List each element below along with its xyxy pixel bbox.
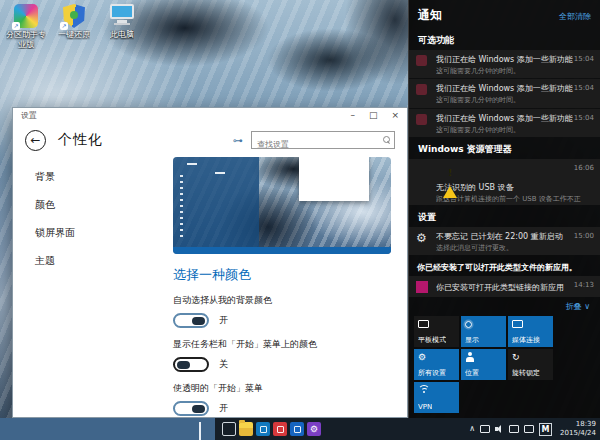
color-preview-thumbnail bbox=[173, 157, 391, 254]
maximize-button[interactable]: □ bbox=[369, 109, 378, 122]
chevron-down-icon: ∨ bbox=[584, 302, 590, 311]
collapse-button[interactable]: 折叠 ∨ bbox=[409, 298, 600, 316]
gear-icon: ⚙ bbox=[418, 352, 426, 363]
search-icon bbox=[383, 136, 390, 143]
toggle-auto-accent[interactable] bbox=[173, 313, 209, 328]
desktop: ↗ 分区助手专业版 ↗ 一键还原 此电脑 设置 – □ × ← 个性化 ⊶ bbox=[0, 0, 600, 440]
clock-date: 2015/4/24 bbox=[560, 429, 596, 438]
settings-search-box[interactable] bbox=[251, 131, 395, 149]
toggle-label-transparent-start: 使透明的「开始」菜单 bbox=[173, 382, 389, 395]
notification-time: 15:04 bbox=[574, 114, 594, 122]
desktop-icon-label: 此电脑 bbox=[110, 30, 134, 40]
rotation-lock-icon: ↻ bbox=[512, 352, 520, 363]
desktop-icon-this-pc[interactable]: 此电脑 bbox=[102, 4, 142, 49]
new-app-banner: 你已经安装了可以打开此类型文件的新应用。 bbox=[409, 256, 600, 276]
brightness-icon bbox=[465, 319, 472, 330]
settings-sidebar: 背景 颜色 锁屏界面 主题 bbox=[13, 157, 163, 417]
taskbar-clock[interactable]: 18:39 2015/4/24 bbox=[557, 420, 596, 439]
taskbar-app-icons: ⚙ bbox=[222, 422, 321, 436]
sidebar-item-themes[interactable]: 主题 bbox=[13, 247, 163, 275]
sidebar-item-background[interactable]: 背景 bbox=[13, 163, 163, 191]
network-icon[interactable] bbox=[480, 425, 490, 433]
red-app-icon[interactable] bbox=[273, 422, 287, 436]
task-view-button[interactable] bbox=[222, 422, 236, 436]
settings-titlebar: 设置 – □ × bbox=[13, 108, 407, 123]
sidebar-item-lockscreen[interactable]: 锁屏界面 bbox=[13, 219, 163, 247]
notification-time: 15:04 bbox=[574, 84, 594, 92]
group-header-explorer: Windows 资源管理器 bbox=[409, 138, 600, 159]
this-pc-icon bbox=[110, 4, 134, 28]
taskbar-search-box[interactable] bbox=[0, 418, 215, 440]
app-square-icon bbox=[416, 281, 428, 293]
taskbar: ⚙ ∧ M 18:39 2015/4/24 bbox=[0, 418, 600, 440]
quick-action-media-connect[interactable]: 媒体连接 bbox=[508, 316, 553, 347]
group-header-optional-features: 可选功能 bbox=[409, 29, 600, 50]
notification-time: 14:13 bbox=[574, 281, 594, 289]
settings-window: 设置 – □ × ← 个性化 ⊶ 背景 颜色 锁屏界面 主题 bbox=[12, 107, 408, 418]
preview-start-menu bbox=[173, 157, 259, 247]
notification-restart-scheduled[interactable]: ⚙ 不要忘记 已计划在 22:00 重新启动 选择此消息可进行更改。 15:00 bbox=[409, 227, 600, 255]
sidebar-item-colors[interactable]: 颜色 bbox=[13, 191, 163, 219]
back-button[interactable]: ← bbox=[25, 130, 46, 151]
quick-action-tablet-mode[interactable]: 平板模式 bbox=[414, 316, 459, 347]
toggle-state-label: 关 bbox=[219, 358, 228, 371]
quick-action-location[interactable]: 位置 bbox=[461, 349, 506, 380]
blue-app-icon[interactable] bbox=[290, 422, 304, 436]
gear-icon: ⚙ bbox=[416, 232, 427, 244]
tablet-mode-icon bbox=[418, 319, 429, 330]
file-explorer-icon[interactable] bbox=[239, 422, 253, 436]
quick-actions-grid: 平板模式 显示 媒体连接 ⚙ 所有设置 位置 ↻ 旋转锁定 bbox=[409, 316, 600, 418]
settings-app-icon[interactable]: ⚙ bbox=[307, 422, 321, 436]
notification-new-link-app[interactable]: 你已安装可打开此类型链接的新应用 14:13 bbox=[409, 276, 600, 297]
close-button[interactable]: × bbox=[391, 109, 399, 122]
windows-update-icon bbox=[416, 84, 427, 95]
quick-action-display[interactable]: 显示 bbox=[461, 316, 506, 347]
windows-update-icon bbox=[416, 114, 427, 125]
desktop-icon-label: 分区助手专业版 bbox=[6, 30, 46, 49]
shortcut-arrow-icon: ↗ bbox=[12, 22, 20, 30]
desktop-icon-label: 一键还原 bbox=[58, 30, 90, 40]
desktop-icon-partition-app[interactable]: ↗ 分区助手专业版 bbox=[6, 4, 46, 49]
clear-all-button[interactable]: 全部清除 bbox=[559, 11, 591, 22]
system-tray: ∧ M 18:39 2015/4/24 bbox=[469, 420, 600, 439]
touch-keyboard-icon[interactable] bbox=[509, 425, 519, 433]
tray-chevron-icon[interactable]: ∧ bbox=[469, 424, 475, 434]
notification-time: 15:00 bbox=[574, 232, 594, 240]
quick-action-rotation-lock[interactable]: ↻ 旋转锁定 bbox=[508, 349, 553, 380]
settings-header: ← 个性化 ⊶ bbox=[13, 123, 407, 157]
warning-icon bbox=[443, 167, 457, 198]
action-center-icon[interactable] bbox=[524, 425, 534, 433]
minimize-button[interactable]: – bbox=[350, 109, 355, 122]
toggle-show-color[interactable] bbox=[173, 357, 209, 372]
settings-content: 选择一种颜色 自动选择从我的背景颜色 开 显示任务栏和「开始」菜单上的颜色 关 … bbox=[163, 157, 407, 417]
notification-usb-device[interactable]: 无法识别的 USB 设备 跟这台计算机连接的前一个 USB 设备工作不正 16:… bbox=[409, 159, 600, 205]
toggle-state-label: 开 bbox=[219, 314, 228, 327]
toggle-transparent-start[interactable] bbox=[173, 401, 209, 416]
window-title: 设置 bbox=[21, 110, 37, 121]
shortcut-arrow-icon: ↗ bbox=[60, 22, 68, 30]
action-center-panel: 通知 全部清除 可选功能 我们正在给 Windows 添加一些新功能 这可能需要… bbox=[408, 0, 600, 418]
vpn-icon bbox=[418, 385, 430, 396]
store-app-icon[interactable] bbox=[256, 422, 270, 436]
toggle-label-auto-accent: 自动选择从我的背景颜色 bbox=[173, 294, 389, 307]
pin-icon[interactable]: ⊶ bbox=[233, 135, 243, 146]
microphone-icon[interactable] bbox=[199, 422, 208, 436]
notification-windows-features-3[interactable]: 我们正在给 Windows 添加一些新功能 这可能需要几分钟的时间。 15:04 bbox=[409, 109, 600, 137]
group-header-settings: 设置 bbox=[409, 206, 600, 227]
notification-windows-features-2[interactable]: 我们正在给 Windows 添加一些新功能 这可能需要几分钟的时间。 15:04 bbox=[409, 79, 600, 107]
preview-taskbar bbox=[173, 247, 391, 254]
toggle-state-label: 开 bbox=[219, 402, 228, 415]
quick-action-all-settings[interactable]: ⚙ 所有设置 bbox=[414, 349, 459, 380]
ime-indicator[interactable]: M bbox=[539, 423, 552, 436]
media-connect-icon bbox=[512, 319, 523, 330]
notification-windows-features-1[interactable]: 我们正在给 Windows 添加一些新功能 这可能需要几分钟的时间。 15:04 bbox=[409, 50, 600, 78]
action-center-title: 通知 bbox=[418, 7, 442, 24]
notification-time: 16:06 bbox=[574, 164, 594, 172]
search-input[interactable] bbox=[252, 137, 394, 153]
notification-time: 15:04 bbox=[574, 55, 594, 63]
quick-action-vpn[interactable]: VPN bbox=[414, 382, 459, 413]
toggle-label-show-color: 显示任务栏和「开始」菜单上的颜色 bbox=[173, 338, 389, 351]
clock-time: 18:39 bbox=[560, 420, 596, 429]
desktop-icon-restore-app[interactable]: ↗ 一键还原 bbox=[54, 4, 94, 49]
volume-icon[interactable] bbox=[495, 425, 504, 434]
